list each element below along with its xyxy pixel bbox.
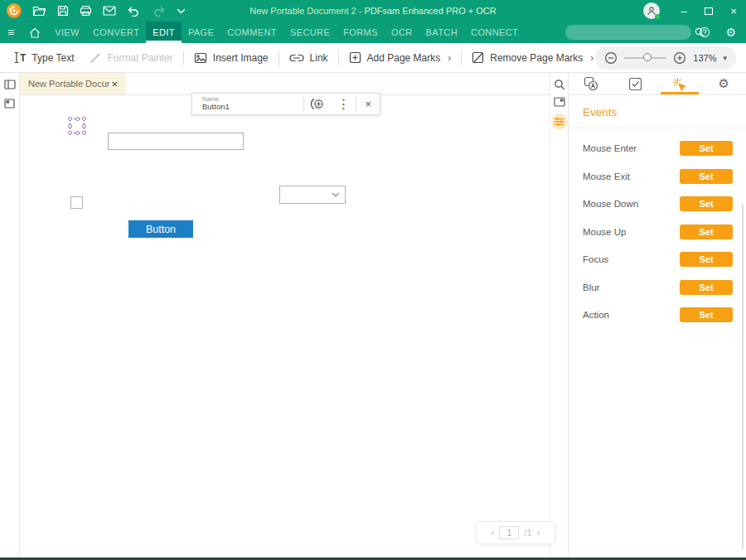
insert-image-button[interactable]: Insert Image — [186, 52, 276, 64]
maximize-button[interactable] — [696, 0, 721, 22]
user-avatar[interactable] — [643, 2, 660, 19]
properties-panel-toggle[interactable] — [551, 113, 568, 130]
add-page-marks-button[interactable]: Add Page Marks › — [342, 51, 459, 64]
resize-handle[interactable] — [75, 131, 80, 135]
prev-page-icon[interactable]: ‹ — [491, 527, 494, 538]
zoom-level-value[interactable]: 137% — [693, 53, 716, 63]
zoom-slider-knob[interactable] — [643, 53, 652, 61]
menu-item-forms[interactable]: FORMS — [337, 22, 385, 43]
menu-item-ocr[interactable]: OCR — [385, 22, 419, 43]
type-text-label: Type Text — [31, 52, 74, 64]
sidebar-toggle-icon[interactable] — [4, 80, 16, 89]
insert-image-label: Insert Image — [213, 52, 269, 64]
save-icon[interactable] — [57, 5, 69, 17]
zoom-level-caret-icon[interactable]: ▾ — [723, 54, 727, 62]
type-text-button[interactable]: T Type Text — [7, 51, 81, 64]
tab-close-icon[interactable]: × — [109, 78, 119, 90]
app-logo — [7, 3, 22, 18]
tab-properties-gear[interactable]: ⚙ — [702, 73, 746, 94]
resize-handle[interactable] — [75, 117, 80, 121]
text-field-widget[interactable] — [108, 133, 244, 150]
page-number-input[interactable] — [499, 526, 519, 539]
tab-options[interactable] — [613, 73, 658, 94]
set-mouse-exit-button[interactable]: Set — [680, 169, 733, 184]
page-thumbnails-icon[interactable] — [4, 99, 15, 109]
document-tab[interactable]: New Portable Document 2* × — [20, 73, 126, 94]
panel-scrollbar[interactable] — [742, 204, 744, 549]
format-painter-label: Format Painter — [107, 52, 172, 64]
add-page-marks-expand-icon[interactable]: › — [448, 52, 451, 64]
resize-handle[interactable] — [82, 117, 86, 121]
field-more-options-icon[interactable]: ⋮ — [331, 96, 356, 112]
zoom-in-icon[interactable] — [673, 51, 686, 65]
menu-item-comment[interactable]: COMMENT — [220, 22, 283, 43]
menu-item-view[interactable]: VIEW — [48, 22, 86, 43]
resize-handle[interactable] — [68, 117, 72, 121]
remove-page-marks-expand-icon[interactable]: › — [590, 52, 593, 64]
resize-handle[interactable] — [68, 124, 72, 128]
set-mouse-up-button[interactable]: Set — [680, 224, 733, 239]
app-window: New Portable Document 2 - PDFsam Enhance… — [0, 0, 746, 560]
redo-icon[interactable] — [152, 6, 166, 17]
insert-image-icon — [194, 52, 207, 64]
toolbar-chevron-down-icon[interactable] — [177, 8, 186, 14]
set-blur-button[interactable]: Set — [680, 280, 733, 295]
menu-item-page[interactable]: PAGE — [182, 22, 220, 43]
remove-page-marks-button[interactable]: Remove Page Marks › — [464, 51, 601, 64]
events-heading: Events — [569, 95, 746, 128]
field-name-value[interactable]: Button1 — [202, 103, 303, 112]
resize-handle[interactable] — [82, 131, 86, 135]
tab-events[interactable] — [657, 73, 702, 94]
menu-item-connect[interactable]: CONNECT — [464, 22, 525, 43]
resize-handle[interactable] — [82, 124, 86, 128]
email-icon[interactable] — [103, 6, 116, 16]
resize-handle[interactable] — [68, 131, 72, 135]
duplicate-field-icon[interactable] — [304, 98, 331, 110]
undo-icon[interactable] — [127, 6, 141, 17]
zoom-out-icon[interactable] — [604, 51, 618, 65]
checkbox-widget[interactable] — [70, 196, 83, 209]
minimize-button[interactable]: – — [671, 0, 696, 22]
selected-form-field[interactable] — [70, 118, 85, 133]
app-search-input[interactable] — [565, 26, 695, 39]
menu-item-convert[interactable]: CONVERT — [86, 22, 146, 43]
open-file-icon[interactable] — [32, 5, 46, 17]
event-label: Focus — [583, 254, 608, 264]
format-painter-button[interactable]: Format Painter — [81, 51, 180, 64]
floatbar-close-icon[interactable]: × — [356, 98, 380, 110]
field-floating-toolbar: Name Button1 ⋮ × — [191, 93, 380, 115]
help-icon[interactable] — [691, 27, 718, 38]
settings-gear-icon[interactable]: ⚙ — [718, 26, 746, 39]
maximize-icon — [705, 7, 713, 15]
next-page-icon[interactable]: › — [537, 527, 540, 538]
set-mouse-enter-button[interactable]: Set — [680, 141, 733, 156]
event-label: Mouse Down — [583, 199, 638, 209]
app-search-box[interactable] — [565, 25, 691, 40]
home-icon[interactable] — [22, 27, 48, 38]
push-button-widget[interactable]: Button — [128, 220, 193, 238]
find-icon[interactable] — [554, 79, 565, 90]
menu-item-edit[interactable]: EDIT — [146, 22, 182, 43]
add-page-marks-icon — [349, 51, 361, 64]
hamburger-menu-icon[interactable]: ≡ — [0, 26, 22, 39]
menu-item-secure[interactable]: SECURE — [283, 22, 337, 43]
set-focus-button[interactable]: Set — [680, 252, 733, 267]
event-label: Blur — [583, 282, 599, 292]
close-button[interactable]: × — [721, 0, 746, 22]
panel-view-icon[interactable] — [554, 97, 565, 107]
field-name-block[interactable]: Name Button1 — [192, 96, 303, 113]
titlebar: New Portable Document 2 - PDFsam Enhance… — [0, 0, 746, 22]
document-area: New Portable Document 2* × Name Button1 … — [20, 73, 550, 558]
zoom-slider[interactable] — [624, 57, 666, 59]
tab-appearance[interactable] — [569, 73, 613, 94]
menu-item-batch[interactable]: BATCH — [419, 22, 464, 43]
titlebar-right: – × — [643, 0, 746, 22]
event-label: Mouse Up — [583, 227, 626, 237]
set-action-button[interactable]: Set — [680, 307, 733, 322]
print-icon[interactable] — [80, 5, 92, 17]
dropdown-widget[interactable] — [279, 186, 346, 204]
set-mouse-down-button[interactable]: Set — [680, 196, 733, 211]
remove-page-marks-icon — [472, 51, 484, 64]
properties-panel: ⚙ Events Mouse Enter Set Mouse Exit Set … — [569, 73, 746, 558]
link-button[interactable]: Link — [282, 52, 336, 64]
